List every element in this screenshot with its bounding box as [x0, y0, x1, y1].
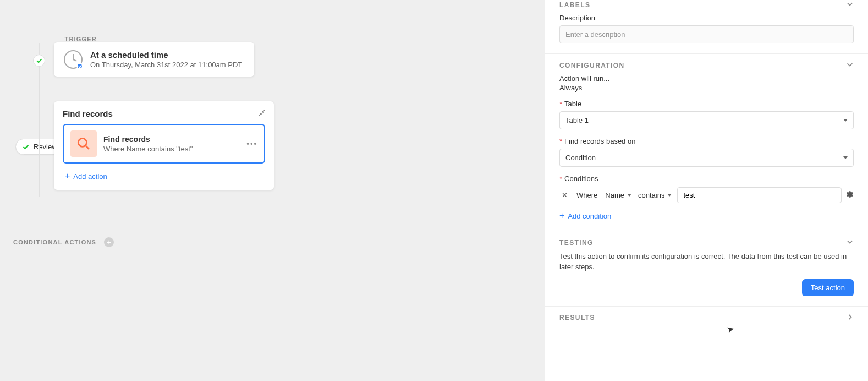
configuration-section-header[interactable]: CONFIGURATION	[559, 61, 854, 70]
action-group-title: Find records	[63, 109, 113, 118]
svg-line-1	[86, 146, 89, 149]
condition-field-select[interactable]: Name	[604, 189, 633, 202]
condition-row: ✕ Where Name contains	[559, 187, 854, 203]
add-action-button[interactable]: + Add action	[63, 169, 265, 183]
find-based-on-select[interactable]: Condition	[559, 149, 854, 167]
testing-heading: TESTING	[559, 239, 594, 247]
plus-icon: +	[559, 211, 564, 221]
gear-icon[interactable]	[846, 190, 854, 200]
test-action-button[interactable]: Test action	[802, 279, 854, 296]
chevron-down-icon	[846, 61, 854, 70]
configuration-heading: CONFIGURATION	[559, 62, 625, 69]
table-label: Table	[564, 100, 581, 108]
chevron-right-icon	[846, 313, 854, 323]
table-select-value: Table 1	[565, 116, 589, 124]
find-based-on-value: Condition	[565, 154, 596, 162]
results-section: RESULTS	[545, 307, 868, 337]
results-section-header[interactable]: RESULTS	[559, 313, 854, 323]
clock-icon	[64, 50, 83, 69]
labels-section-header[interactable]: LABELS	[559, 0, 854, 9]
add-action-label: Add action	[73, 172, 107, 181]
add-conditional-action-button[interactable]: +	[104, 237, 114, 247]
automation-canvas[interactable]: Review test results TRIGGER ACTIONS COND…	[0, 0, 545, 381]
check-icon	[23, 144, 29, 150]
dropdown-caret-icon	[843, 156, 848, 159]
configuration-section: CONFIGURATION Action will run... Always …	[545, 54, 868, 231]
condition-where-label: Where	[574, 191, 600, 199]
description-input[interactable]	[559, 25, 854, 43]
plus-icon: +	[65, 171, 70, 181]
add-condition-label: Add condition	[568, 212, 611, 220]
dropdown-caret-icon	[627, 194, 631, 197]
trigger-status-dot	[33, 55, 45, 67]
trigger-subtitle: On Thursday, March 31st 2022 at 11:00am …	[90, 61, 242, 69]
remove-condition-button[interactable]: ✕	[559, 191, 570, 199]
condition-value-input[interactable]	[677, 187, 842, 203]
add-condition-button[interactable]: + Add condition	[559, 211, 854, 221]
trigger-card[interactable]: At a scheduled time On Thursday, March 3…	[54, 42, 254, 77]
testing-section: TESTING Test this action to confirm its …	[545, 231, 868, 307]
condition-operator-value: contains	[638, 191, 664, 199]
action-item-find-records[interactable]: Find records Where Name contains "test" …	[63, 124, 265, 164]
testing-description: Test this action to confirm its configur…	[559, 252, 854, 273]
dropdown-caret-icon	[667, 194, 672, 197]
condition-operator-select[interactable]: contains	[637, 189, 673, 202]
chevron-down-icon	[846, 238, 854, 247]
description-label: Description	[559, 14, 854, 22]
chevron-down-icon	[846, 0, 854, 9]
labels-section: LABELS Description	[545, 0, 868, 54]
dropdown-caret-icon	[843, 119, 848, 122]
collapse-icon[interactable]	[259, 110, 265, 118]
labels-heading: LABELS	[559, 1, 590, 9]
action-group-card: Find records Find records Where Name con…	[54, 101, 274, 190]
scheduled-badge-icon	[76, 63, 83, 69]
config-sidebar: LABELS Description CONFIGURATION Action …	[545, 0, 868, 381]
table-select[interactable]: Table 1	[559, 111, 854, 129]
trigger-title: At a scheduled time	[90, 50, 242, 59]
action-item-title: Find records	[103, 135, 193, 144]
action-will-run-value: Always	[559, 84, 854, 92]
results-heading: RESULTS	[559, 314, 595, 322]
conditions-label: Conditions	[564, 175, 598, 183]
find-based-on-label: Find records based on	[564, 137, 635, 145]
condition-field-value: Name	[605, 191, 624, 199]
more-options-icon[interactable]: •••	[246, 140, 257, 148]
conditional-actions-label: CONDITIONAL ACTIONS	[13, 239, 96, 246]
svg-point-0	[78, 138, 86, 146]
action-will-run-label: Action will run...	[559, 74, 854, 83]
trigger-section-label: TRIGGER	[55, 36, 97, 42]
action-item-subtitle: Where Name contains "test"	[103, 145, 193, 153]
testing-section-header[interactable]: TESTING	[559, 238, 854, 247]
search-icon	[70, 130, 97, 157]
